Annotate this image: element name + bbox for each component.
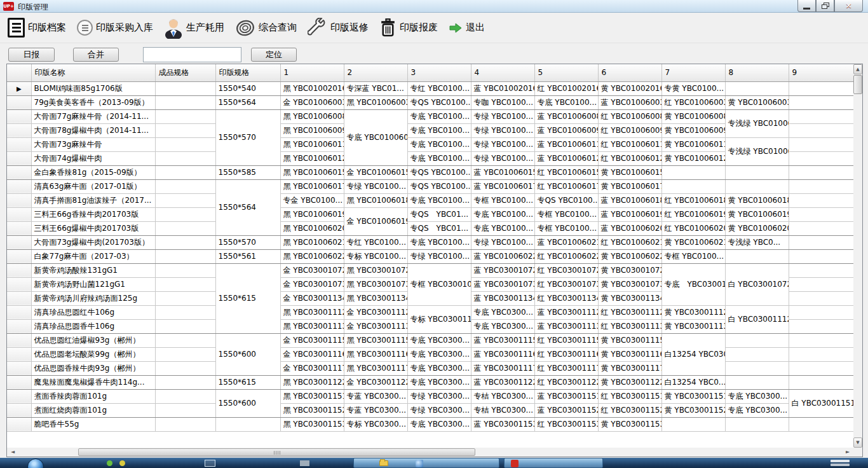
table-cell[interactable]: 专蓝 YBC0300... [344,389,407,403]
table-cell[interactable]: 白13254 YBC0... [661,375,725,389]
table-cell[interactable]: 大骨面74g爆椒牛肉 [31,151,155,165]
table-cell[interactable]: 黑 YBC01006011 [280,137,344,151]
minimize-button[interactable] [797,0,816,12]
row-selector-cell[interactable] [7,277,31,291]
table-cell[interactable] [155,137,215,151]
table-cell[interactable] [789,165,853,179]
table-cell[interactable]: 红 YBC01006015 [534,165,598,179]
table-cell[interactable]: 红 YBC03001151 [598,389,661,403]
table-cell[interactable] [155,207,215,221]
toolbar-button-plate-archive[interactable]: 印版档案 [8,18,66,38]
table-cell[interactable]: 专底 YBC01006011 [344,109,407,165]
table-cell[interactable]: 黑 YBC03001115 [344,333,407,347]
row-selector-cell[interactable] [7,151,31,165]
column-header-9[interactable]: 9 [789,64,853,81]
row-selector-cell[interactable] [7,207,31,221]
table-cell[interactable]: 金 YBC03001122 [344,375,407,389]
table-cell[interactable]: 黑 YBC03001153 [280,417,344,431]
table-cell[interactable]: 1550*564 [215,95,280,109]
table-cell[interactable] [155,417,215,431]
table-cell[interactable] [155,291,215,305]
table-cell[interactable]: 三料王66g爆椒牛肉201703版 [31,221,155,235]
table-cell[interactable]: 蓝 YBC01006012 [534,151,598,165]
table-cell[interactable]: 黑 YBC03001117 [344,361,407,375]
table-cell[interactable]: 专绿 YBC0300... [407,403,471,417]
table-cell[interactable] [789,179,853,193]
scroll-down-icon[interactable]: ▼ [853,437,862,448]
table-cell[interactable]: 黑 YBC01006017 [280,179,344,193]
table-cell[interactable]: 黑 YBC01006021 [280,235,344,249]
table-cell[interactable]: 蓝 YBC03001153 [471,417,534,431]
row-selector-cell[interactable] [7,403,31,417]
table-cell[interactable]: 黄 YBC03001073 [598,277,661,291]
start-orb[interactable] [27,458,44,468]
table-cell[interactable]: 红 YBC01006003 [661,95,725,109]
table-cell[interactable]: 专蓝 YBC0300... [344,403,407,417]
table-cell[interactable] [725,375,789,389]
column-header-4[interactable]: 4 [471,64,534,81]
table-cell[interactable]: 专底 YBC0100... [471,221,534,235]
row-selector-cell[interactable] [7,347,31,361]
table-cell[interactable]: 金 YBC03001117 [280,361,344,375]
table-cell[interactable]: 蓝 YBC03001134 [471,291,534,305]
taskbar-app-red[interactable] [504,458,603,468]
merge-button[interactable]: 合并 [73,48,119,62]
table-cell[interactable]: 专桔 YBC0300... [471,389,534,403]
window-icon[interactable] [205,460,215,467]
table-cell[interactable] [155,375,215,389]
table-cell[interactable]: 专绿 YBC0100... [471,123,534,137]
table-cell[interactable] [725,361,789,375]
scroll-right-icon[interactable]: ► [842,448,853,457]
table-cell[interactable]: 专底 YBC030010 [661,263,725,305]
table-cell[interactable] [789,249,853,263]
table-cell[interactable]: 专浅绿 YBC01006 [725,109,789,137]
table-cell[interactable]: 黑 YBC03001122 [280,375,344,389]
table-cell[interactable]: 金 YBC03001073 [280,277,344,291]
table-cell[interactable]: 蓝 YBC01006019 [598,207,661,221]
table-cell[interactable]: 黄 YBC03001153 [598,417,661,431]
table-cell[interactable]: 魔鬼辣面魔鬼椒爆香牛肉114g... [31,375,155,389]
table-cell[interactable]: 1550*561 [215,249,280,263]
table-cell[interactable]: 黑 YBC01006008 [280,109,344,123]
table-cell[interactable] [661,165,725,179]
table-cell[interactable]: 黑 YBC03001113 [280,319,344,333]
table-cell[interactable]: 红 YBC03001112 [598,305,661,319]
table-cell[interactable] [789,277,853,291]
table-cell[interactable]: 蓝 YBC03001115 [471,333,534,347]
table-cell[interactable] [789,81,853,95]
table-cell[interactable]: 红 YBC03001113 [598,319,661,333]
table-cell[interactable]: 专底 YBC0100... [534,95,598,109]
table-cell[interactable]: 专QS YBC0100... [407,179,471,193]
table-cell[interactable]: 蓝 YBC01006022 [471,249,534,263]
table-cell[interactable]: 红 YBC03001117 [534,361,598,375]
table-cell[interactable]: 白象77g麻牛面（2017-03） [31,249,155,263]
table-cell[interactable] [155,305,215,319]
toolbar-button-exit[interactable]: 退出 [449,22,485,34]
table-cell[interactable] [725,333,789,347]
table-cell[interactable]: 红 YBC03001116 [534,347,598,361]
table-cell[interactable]: 蓝 YBC01006015 [471,165,534,179]
table-cell[interactable]: 专红 YBC0100... [344,235,407,249]
table-cell[interactable]: 蓝 YBC03001117 [471,361,534,375]
table-cell[interactable]: 黄 YBC01006020 [725,221,789,235]
table-cell[interactable]: 黑 YBC03001073 [344,277,407,291]
column-header-plate-spec[interactable]: 印版规格 [215,64,280,81]
table-cell[interactable]: 优品思圆香辣牛肉93g（郴州） [31,361,155,375]
table-cell[interactable]: 黑 YBC01006015 [280,165,344,179]
table-cell[interactable]: 清真珍品思圆香牛106g [31,319,155,333]
table-cell[interactable]: 大骨面77g麻辣牛骨（2014-11... [31,109,155,123]
table-cell[interactable]: 红 YBC01006017 [534,179,598,193]
table-cell[interactable]: 专咖 YBC0100... [471,95,534,109]
table-cell[interactable]: 蓝 YBC03001152 [534,403,598,417]
table-cell[interactable]: 黄 YBC01006019 [725,207,789,221]
table-cell[interactable]: 专标 YBC0300... [344,417,407,431]
table-cell[interactable] [789,361,853,375]
table-cell[interactable]: 金 YBC03001112 [344,305,407,319]
column-header-plate-name[interactable]: 印版名称 [31,64,155,81]
row-selector-current[interactable]: ▶ [7,81,31,95]
table-cell[interactable]: 大骨面78g爆椒牛肉（2014-11... [31,123,155,137]
table-cell[interactable]: 黑 YBC01006012 [280,151,344,165]
table-cell[interactable]: 蓝 YBC03001113 [534,319,598,333]
table-cell[interactable]: 专深蓝 YBC01... [344,81,407,95]
table-cell[interactable]: 金白象香辣81g（2015-09版） [31,165,155,179]
